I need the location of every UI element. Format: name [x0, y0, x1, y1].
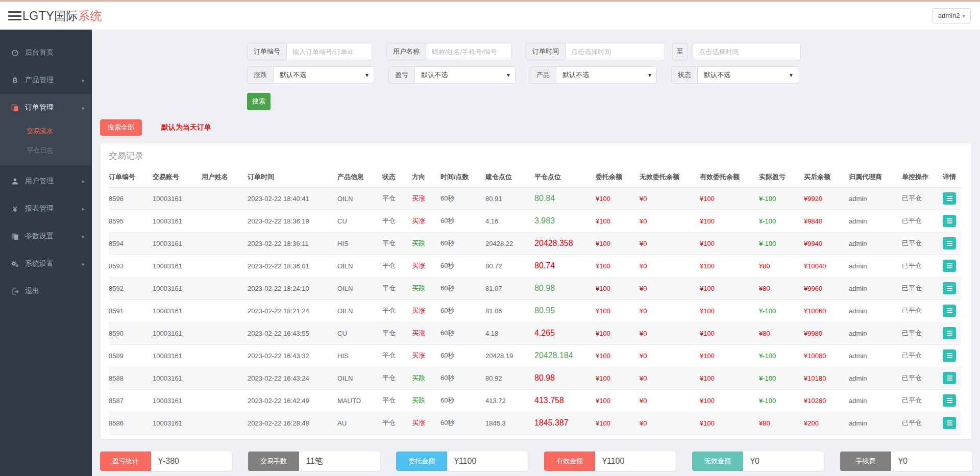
cell-user-name [202, 255, 248, 277]
search-all-button[interactable]: 搜索全部 [100, 119, 142, 136]
detail-button[interactable] [943, 215, 956, 227]
cell-direction: 买跌 [412, 367, 440, 389]
detail-button[interactable] [943, 237, 956, 249]
cell-account: 10003161 [153, 389, 202, 412]
filter-row-2: 涨跌 默认不选▾ 盈亏 默认不选▾ 产品 默认不选▾ 状态 默认不选▾ [247, 66, 972, 84]
cell-direction: 买涨 [412, 322, 440, 344]
stat-label-badge: 交易手数 [248, 452, 299, 471]
profit-select[interactable]: 默认不选▾ [415, 67, 515, 83]
sidebar-item-label: 退出 [25, 287, 85, 296]
sidebar-subitem-0[interactable]: 交易流水 [0, 121, 92, 141]
cell-account: 10003161 [153, 232, 202, 255]
column-header: 方向 [412, 167, 440, 187]
chevron-down-icon: ▾ [648, 71, 651, 79]
column-header: 产品信息 [337, 167, 382, 187]
cell-close-point: 3.983 [534, 210, 596, 232]
sidebar-item-0[interactable]: 后台首页 [0, 39, 92, 66]
cell-agent: admin [849, 299, 902, 322]
dashboard-icon [10, 48, 19, 57]
updown-select[interactable]: 默认不选▾ [274, 67, 374, 83]
list-icon [947, 333, 952, 334]
sidebar-item-2[interactable]: 订单管理▸ [0, 94, 92, 121]
product-select[interactable]: 默认不选▾ [556, 67, 656, 83]
cell-period: 60秒 [440, 187, 485, 210]
cell-status: 平仓 [382, 389, 412, 412]
stat-group-4: 无效金额¥0 [692, 452, 824, 471]
sidebar-group-4: ¥报表管理▸ [0, 195, 92, 222]
cell-agent: admin [849, 367, 902, 389]
detail-button[interactable] [943, 394, 956, 407]
cell-valid-entrust: ¥100 [700, 277, 759, 299]
user-dropdown[interactable]: admin2▾ [933, 8, 971, 23]
chevron-down-icon: ▾ [365, 71, 369, 79]
sidebar-item-3[interactable]: 用户管理▸ [0, 167, 92, 195]
cell-order-time: 2023-02-22 16:43:24 [248, 367, 337, 389]
cell-order-id: 8590 [109, 322, 153, 344]
detail-button[interactable] [943, 260, 956, 272]
sidebar-item-1[interactable]: B产品管理▸ [0, 66, 92, 94]
list-icon [947, 198, 952, 199]
status-select-value: 默认不选 [704, 70, 730, 80]
filter-status-label: 状态 [672, 67, 698, 83]
search-button[interactable]: 搜索 [247, 93, 271, 110]
cell-entrust: ¥100 [596, 187, 640, 210]
filter-product: 产品 默认不选▾ [530, 66, 657, 84]
cell-product: CU [337, 322, 382, 344]
chevron-right-icon: ▸ [82, 178, 85, 185]
cell-account: 10003161 [153, 187, 202, 210]
cell-product: AU [337, 412, 382, 434]
sidebar-item-label: 用户管理 [25, 177, 82, 186]
cell-order-id: 8586 [109, 412, 153, 434]
product-select-value: 默认不选 [562, 70, 589, 80]
cell-invalid-entrust: ¥0 [640, 299, 700, 322]
cell-detail [943, 299, 961, 322]
sidebar-item-label: 订单管理 [25, 103, 82, 112]
cell-period: 60秒 [440, 232, 485, 255]
settings-icon [10, 260, 19, 268]
detail-button[interactable] [943, 372, 956, 384]
cell-valid-entrust: ¥100 [700, 344, 759, 367]
column-header: 无效委托余额 [640, 167, 700, 187]
cell-order-id: 8594 [109, 232, 153, 255]
sidebar-item-7[interactable]: 退出 [0, 278, 92, 305]
detail-button[interactable] [943, 282, 956, 294]
report-icon: ¥ [10, 205, 19, 213]
hamburger-menu-icon[interactable] [6, 10, 23, 21]
logo-primary: LGTY国际 [22, 9, 78, 22]
status-select[interactable]: 默认不选▾ [698, 67, 798, 83]
cell-profit: ¥-100 [759, 210, 804, 232]
cell-account: 10003161 [153, 412, 202, 434]
cell-open-point: 4.18 [485, 322, 534, 344]
trade-records-table: 订单编号交易账号用户姓名订单时间产品信息状态方向时间/点数建仓点位平仓点位委托余… [109, 167, 961, 435]
filter-order-time-label: 订单时间 [526, 43, 566, 60]
time-end-input[interactable] [693, 43, 800, 60]
sidebar-subitem-1[interactable]: 平仓日志 [0, 141, 92, 160]
user-name-input[interactable] [426, 43, 511, 60]
cell-account: 10003161 [153, 210, 202, 232]
cell-agent: admin [849, 322, 902, 344]
sidebar-item-6[interactable]: 系统设置▸ [0, 250, 92, 278]
sidebar-item-5[interactable]: 参数设置▸ [0, 222, 92, 250]
order-no-input[interactable] [287, 43, 372, 60]
cell-close-point: 80.95 [534, 299, 596, 322]
cell-direction: 买涨 [412, 187, 440, 210]
cell-open-point: 4.16 [485, 210, 534, 232]
filter-order-no-label: 订单编号 [248, 43, 287, 60]
detail-button[interactable] [943, 349, 956, 362]
stat-value: ¥0 [891, 452, 972, 471]
time-start-input[interactable] [566, 43, 665, 60]
detail-button[interactable] [943, 305, 956, 317]
detail-button[interactable] [943, 417, 956, 429]
action-row: 搜索全部 默认为当天订单 [92, 110, 980, 136]
cell-control: 已平仓 [902, 344, 943, 367]
cell-order-id: 8593 [109, 255, 153, 277]
sidebar-item-4[interactable]: ¥报表管理▸ [0, 195, 92, 222]
cell-control: 已平仓 [902, 210, 943, 232]
cell-invalid-entrust: ¥0 [640, 232, 700, 255]
cell-profit: ¥-100 [759, 187, 804, 210]
column-header: 详情 [943, 167, 961, 187]
stat-value: 11笔 [299, 452, 380, 471]
detail-button[interactable] [943, 327, 956, 339]
detail-button[interactable] [943, 192, 956, 205]
panel-title: 交易记录 [101, 143, 971, 167]
